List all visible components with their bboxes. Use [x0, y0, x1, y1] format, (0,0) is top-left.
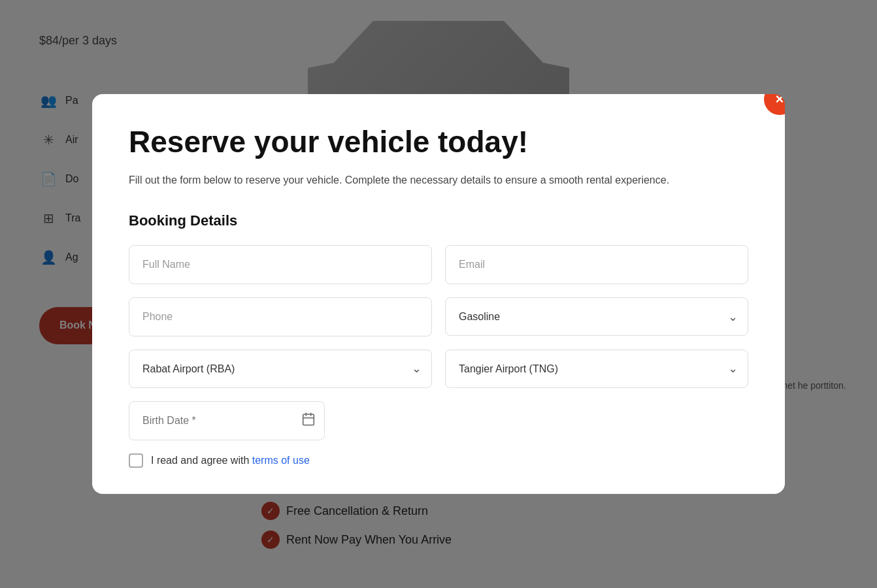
- terms-text: I read and agree with terms of use: [151, 455, 310, 466]
- section-title-booking: Booking Details: [129, 212, 748, 229]
- close-button[interactable]: ×: [764, 94, 785, 115]
- phone-field: [129, 297, 432, 336]
- reservation-modal: × Reserve your vehicle today! Fill out t…: [92, 94, 785, 493]
- full-name-field: [129, 245, 432, 284]
- pickup-location-wrapper: Rabat Airport (RBA) Casablanca Airport (…: [129, 350, 432, 388]
- modal-overlay: × Reserve your vehicle today! Fill out t…: [0, 0, 877, 588]
- form-row-birth-date: [129, 401, 748, 440]
- modal-title: Reserve your vehicle today!: [129, 125, 748, 159]
- terms-checkbox[interactable]: [129, 453, 143, 468]
- terms-static-text: I read and agree with: [151, 455, 252, 466]
- dropoff-location-select[interactable]: Tangier Airport (TNG) Fes Airport (FEZ) …: [445, 350, 748, 388]
- dropoff-location-wrapper: Tangier Airport (TNG) Fes Airport (FEZ) …: [445, 350, 748, 388]
- modal-description: Fill out the form below to reserve your …: [129, 172, 717, 189]
- terms-row: I read and agree with terms of use: [129, 453, 748, 468]
- fuel-type-select[interactable]: Gasoline Diesel Electric Hybrid: [445, 297, 748, 336]
- form-row-locations: Rabat Airport (RBA) Casablanca Airport (…: [129, 350, 748, 388]
- terms-link[interactable]: terms of use: [252, 455, 310, 466]
- form-row-name-email: [129, 245, 748, 284]
- email-input[interactable]: [445, 245, 748, 284]
- birth-date-input[interactable]: [129, 401, 325, 440]
- phone-input[interactable]: [129, 297, 432, 336]
- pickup-location-select[interactable]: Rabat Airport (RBA) Casablanca Airport (…: [129, 350, 432, 388]
- email-field: [445, 245, 748, 284]
- form-row-phone-fuel: Gasoline Diesel Electric Hybrid ⌄: [129, 297, 748, 336]
- full-name-input[interactable]: [129, 245, 432, 284]
- birth-date-field: [129, 401, 325, 440]
- fuel-type-wrapper: Gasoline Diesel Electric Hybrid ⌄: [445, 297, 748, 336]
